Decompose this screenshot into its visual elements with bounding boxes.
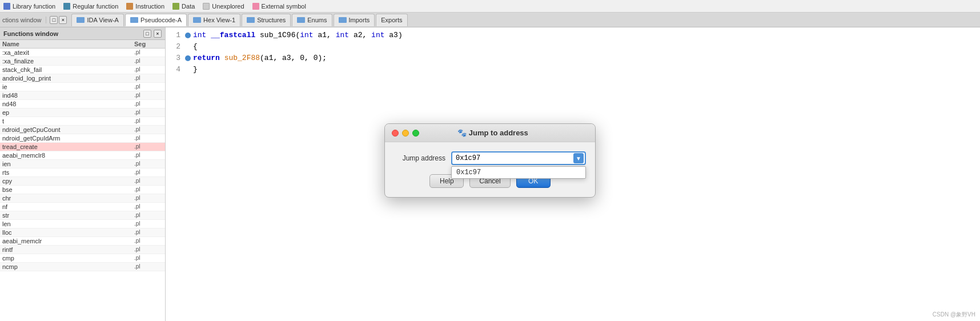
watermark: CSDN @象野VH	[933, 311, 975, 319]
sidebar-header: Functions window □ ×	[0, 27, 165, 40]
legend-external-label: External symbol	[262, 3, 306, 10]
tab-hex-view[interactable]: Hex View-1	[188, 14, 240, 26]
sidebar-row[interactable]: ndroid_getCpuCount.pl	[0, 126, 165, 134]
col-name-header: Name	[2, 41, 134, 47]
code-line: 3 return sub_2F88(a1, a3, 0, 0);	[170, 53, 975, 64]
line-dot	[185, 67, 191, 73]
legend-instruction-color	[126, 3, 133, 10]
tab-pseudo-label: Pseudocode-A	[140, 17, 182, 23]
code-text: return sub_2F88(a1, a3, 0, 0);	[193, 53, 975, 64]
sidebar-row[interactable]: android_log_print.pl	[0, 74, 165, 83]
legend-external: External symbol	[252, 3, 306, 10]
tab-import-label: Imports	[349, 17, 370, 23]
tab-enums[interactable]: Enums	[292, 14, 332, 26]
line-number: 1	[170, 30, 180, 41]
tab-enum-label: Enums	[307, 17, 327, 23]
tab-enum-icon	[297, 17, 305, 23]
sidebar-row[interactable]: :xa_atexit.pl	[0, 49, 165, 57]
tab-ida-icon	[77, 17, 85, 23]
tab-hex-label: Hex View-1	[203, 17, 235, 23]
line-number: 3	[170, 53, 180, 64]
legend-unexplored-color	[203, 3, 210, 10]
sidebar-row[interactable]: rts.pl	[0, 168, 165, 177]
sidebar-row[interactable]: :xa_finalize.pl	[0, 57, 165, 66]
line-dot	[185, 33, 191, 38]
code-text: int __fastcall sub_1C96(int a1, int a2, …	[193, 30, 975, 41]
sidebar: Functions window □ × Name Seg :xa_atexit…	[0, 27, 166, 321]
window-minimize-btn[interactable]: □	[50, 16, 58, 24]
tab-ida-view[interactable]: IDA View-A	[71, 14, 123, 26]
line-number: 4	[170, 64, 180, 75]
sidebar-row[interactable]: aeabi_memclr.pl	[0, 237, 165, 246]
line-number: 2	[170, 41, 180, 53]
sidebar-row[interactable]: ep.pl	[0, 109, 165, 117]
sidebar-row[interactable]: aeabi_memclr8.pl	[0, 151, 165, 160]
sidebar-close-btn[interactable]: ×	[154, 30, 162, 38]
dialog-titlebar: 🐾 Jump to address	[385, 124, 595, 142]
dialog-body: Jump address ▼ 0x1c97	[385, 142, 595, 165]
sidebar-row[interactable]: ncmp.pl	[0, 263, 165, 271]
legend-instruction-label: Instruction	[135, 3, 164, 10]
sidebar-row[interactable]: tread_create.pl	[0, 143, 165, 151]
sidebar-row[interactable]: stack_chk_fail.pl	[0, 66, 165, 74]
code-line: 4}	[170, 64, 975, 75]
col-seg-header: Seg	[134, 41, 163, 47]
dialog-input-wrap: ▼ 0x1c97	[451, 151, 586, 165]
dropdown-item-0[interactable]: 0x1c97	[452, 167, 585, 178]
dropdown-list[interactable]: 0x1c97	[451, 166, 586, 179]
tab-pseudocode[interactable]: Pseudocode-A	[125, 14, 187, 26]
sidebar-row[interactable]: ien.pl	[0, 160, 165, 168]
sidebar-row[interactable]: len.pl	[0, 220, 165, 228]
dialog-field-row: Jump address ▼ 0x1c97	[394, 151, 586, 165]
tab-struct-label: Structures	[257, 17, 286, 23]
window-close-btn[interactable]: ×	[59, 16, 67, 24]
tab-exports[interactable]: Exports	[376, 14, 407, 26]
sidebar-row[interactable]: str.pl	[0, 211, 165, 220]
sidebar-minimize-btn[interactable]: □	[143, 30, 151, 38]
sidebar-rows[interactable]: :xa_atexit.pl:xa_finalize.plstack_chk_fa…	[0, 49, 165, 317]
legend-library-label: Library function	[13, 3, 55, 10]
sidebar-row[interactable]: lloc.pl	[0, 228, 165, 237]
tab-pseudo-icon	[130, 17, 138, 23]
legend-unexplored: Unexplored	[203, 3, 244, 10]
legend-library: Library function	[3, 3, 55, 10]
code-text: }	[193, 64, 975, 75]
jump-address-label: Jump address	[394, 151, 445, 162]
legend-unexplored-label: Unexplored	[212, 3, 244, 10]
sidebar-row[interactable]: t.pl	[0, 117, 165, 126]
jump-to-address-dialog[interactable]: 🐾 Jump to address Jump address ▼ 0x1c97 …	[384, 123, 596, 198]
sidebar-row[interactable]: ndroid_getCpuIdArm.pl	[0, 134, 165, 143]
legend-data-color	[172, 3, 179, 10]
legend-data-label: Data	[182, 3, 195, 10]
tab-structures[interactable]: Structures	[242, 14, 291, 26]
sidebar-row[interactable]: ie.pl	[0, 83, 165, 91]
sidebar-row[interactable]: bse.pl	[0, 186, 165, 194]
sidebar-row[interactable]: chr.pl	[0, 194, 165, 203]
sidebar-controls: □ ×	[143, 30, 162, 38]
tab-imports[interactable]: Imports	[334, 14, 375, 26]
dialog-title: 🐾 Jump to address	[397, 129, 588, 137]
sidebar-row[interactable]: cmp.pl	[0, 254, 165, 263]
tab-export-label: Exports	[381, 17, 402, 23]
sidebar-row[interactable]: nf.pl	[0, 203, 165, 211]
code-text: {	[193, 41, 975, 53]
dropdown-arrow-button[interactable]: ▼	[573, 153, 584, 163]
sidebar-row[interactable]: ind48.pl	[0, 91, 165, 100]
tab-bar: ctions window □ × IDA View-A Pseudocode-…	[0, 13, 980, 27]
jump-address-input[interactable]	[451, 151, 586, 165]
functions-window-label: ctions window	[2, 17, 46, 23]
sidebar-row[interactable]: rintf.pl	[0, 246, 165, 254]
tab-import-icon	[339, 17, 347, 23]
line-dot	[185, 55, 191, 61]
sidebar-row[interactable]: nd48.pl	[0, 100, 165, 109]
sidebar-column-headers: Name Seg	[0, 40, 165, 49]
legend-library-color	[3, 3, 10, 10]
tab-hex-icon	[193, 17, 201, 23]
tab-struct-icon	[247, 17, 255, 23]
legend-bar: Library function Regular function Instru…	[0, 0, 980, 13]
line-dot	[185, 44, 191, 50]
sidebar-row[interactable]: cpy.pl	[0, 177, 165, 186]
legend-regular-label: Regular function	[73, 3, 118, 10]
tab-ida-label: IDA View-A	[87, 17, 118, 23]
legend-instruction: Instruction	[126, 3, 164, 10]
